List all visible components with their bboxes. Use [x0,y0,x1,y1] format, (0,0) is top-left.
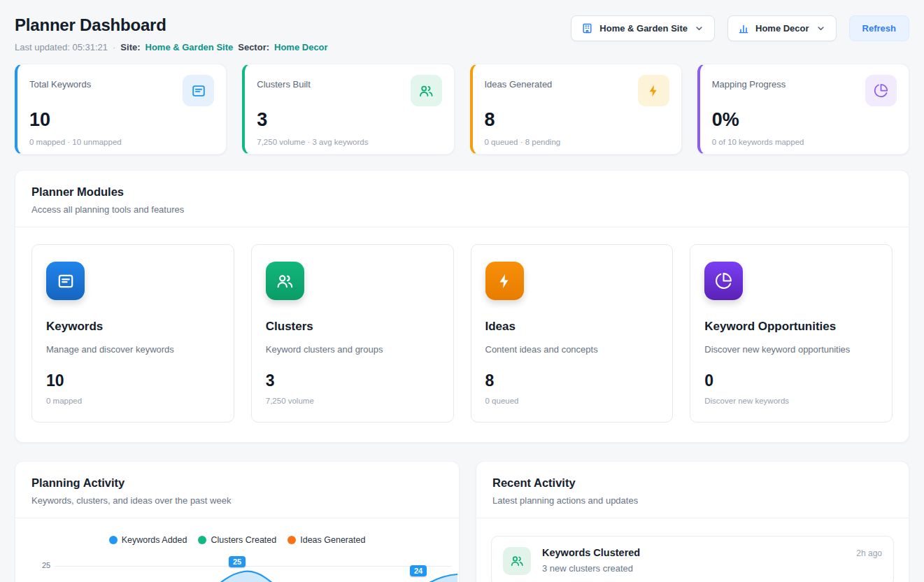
activity-description: 3 new clusters created [542,563,845,574]
module-card-ideas[interactable]: Ideas Content ideas and concepts 8 0 que… [471,244,674,423]
sector-link[interactable]: Home Decor [274,42,328,52]
module-title: Keyword Opportunities [704,320,878,334]
planner-dashboard-page: Planner Dashboard Last updated: 05:31:21… [0,0,924,582]
module-value: 0 [704,371,878,390]
planning-activity-subtitle: Keywords, clusters, and ideas over the p… [31,495,443,506]
building-icon [581,22,593,34]
legend-label: Clusters Created [211,535,276,545]
header-meta: Last updated: 05:31:21 · Site: Home & Ga… [15,42,328,52]
stat-value: 8 [485,109,669,131]
module-description: Discover new keyword opportunities [704,344,878,355]
planning-activity-panel: Planning Activity Keywords, clusters, an… [15,461,460,582]
stat-value: 3 [257,109,441,131]
stat-value: 10 [29,109,214,131]
page-title: Planner Dashboard [15,15,328,35]
stat-detail: 0 queued · 8 pending [485,138,669,146]
module-value: 3 [266,371,439,390]
activity-info: Keywords Clustered 3 new clusters create… [542,547,845,574]
stats-row: Total Keywords 10 0 mapped · 10 unmapped… [15,64,909,155]
site-selector-label: Home & Garden Site [599,23,688,34]
stat-card-total-keywords: Total Keywords 10 0 mapped · 10 unmapped [15,64,227,155]
activity-item-keywords-clustered: Keywords Clustered 3 new clusters create… [491,536,894,582]
legend-label: Keywords Added [122,535,187,545]
bar-chart-icon [738,23,749,34]
meta-separator: · [113,42,115,52]
legend-item-clusters-created: Clusters Created [198,535,276,545]
recent-activity-subtitle: Latest planning actions and updates [492,495,893,506]
legend-item-ideas-generated: Ideas Generated [287,535,365,545]
module-title: Ideas [485,320,659,334]
recent-activity-list: Keywords Clustered 3 new clusters create… [476,518,909,582]
planner-modules-panel: Planner Modules Access all planning tool… [15,170,909,443]
module-description: Keyword clusters and groups [266,344,439,355]
planning-activity-header: Planning Activity Keywords, clusters, an… [15,462,459,518]
site-link[interactable]: Home & Garden Site [145,42,234,52]
module-card-clusters[interactable]: Clusters Keyword clusters and groups 3 7… [251,244,454,423]
module-detail: 7,250 volume [266,397,439,405]
legend-item-keywords-added: Keywords Added [109,535,187,545]
module-title: Keywords [46,320,220,334]
recent-activity-header: Recent Activity Latest planning actions … [476,462,909,518]
header-actions: Home & Garden Site Home Decor Refresh [571,15,909,41]
sector-selector-dropdown[interactable]: Home Decor [727,15,837,41]
chevron-down-icon [816,23,826,34]
lightning-icon [485,262,524,300]
pie-chart-icon [704,262,743,300]
stat-value: 0% [712,109,897,131]
module-detail: 0 mapped [46,397,220,405]
module-description: Manage and discover keywords [46,344,220,355]
data-point-label: 25 [229,556,246,567]
pie-chart-icon [865,75,897,106]
stat-detail: 0 of 10 keywords mapped [712,138,897,146]
activity-timestamp: 2h ago [856,547,882,558]
stat-card-clusters-built: Clusters Built 3 7,250 volume · 3 avg ke… [242,64,454,155]
module-card-keyword-opportunities[interactable]: Keyword Opportunities Discover new keywo… [690,244,893,423]
legend-dot-green [198,536,206,544]
header-left: Planner Dashboard Last updated: 05:31:21… [15,15,328,52]
legend-label: Ideas Generated [300,535,365,545]
recent-activity-title: Recent Activity [492,476,893,490]
bottom-row: Planning Activity Keywords, clusters, an… [15,461,909,582]
module-card-keywords[interactable]: Keywords Manage and discover keywords 10… [31,244,234,423]
stat-label: Clusters Built [257,75,311,90]
users-icon [503,547,531,575]
document-icon [46,262,85,300]
modules-title: Planner Modules [31,185,893,199]
last-updated-text: Last updated: 05:31:21 [15,42,108,52]
refresh-button[interactable]: Refresh [849,15,909,41]
modules-subtitle: Access all planning tools and features [31,204,893,215]
chevron-down-icon [694,23,704,34]
planning-activity-chart: 25 25 24 [15,556,459,582]
stat-card-ideas-generated: Ideas Generated 8 0 queued · 8 pending [470,64,682,155]
y-axis-tick: 25 [42,561,50,569]
modules-header: Planner Modules Access all planning tool… [15,171,909,227]
module-detail: Discover new keywords [704,397,878,405]
stat-detail: 7,250 volume · 3 avg keywords [257,138,441,146]
module-title: Clusters [266,320,439,334]
legend-dot-orange [287,536,296,544]
module-value: 8 [485,371,659,390]
stat-label: Ideas Generated [485,75,553,90]
module-detail: 0 queued [485,397,659,405]
sector-selector-label: Home Decor [755,23,809,34]
module-description: Content ideas and concepts [485,344,659,355]
stat-label: Total Keywords [29,75,91,90]
stat-label: Mapping Progress [712,75,786,90]
stat-detail: 0 mapped · 10 unmapped [29,138,214,146]
modules-grid: Keywords Manage and discover keywords 10… [15,227,909,442]
legend-dot-blue [109,536,118,544]
sector-label: Sector: [238,42,269,52]
lightning-icon [638,75,669,106]
stat-card-mapping-progress: Mapping Progress 0% 0 of 10 keywords map… [697,64,909,155]
header: Planner Dashboard Last updated: 05:31:21… [15,0,909,52]
users-icon [411,75,442,106]
recent-activity-panel: Recent Activity Latest planning actions … [476,461,909,582]
users-icon [266,262,304,300]
site-label: Site: [120,42,140,52]
site-selector-dropdown[interactable]: Home & Garden Site [571,15,715,41]
keywords-added-area-series [55,556,457,582]
planning-activity-title: Planning Activity [31,476,443,490]
module-value: 10 [46,371,220,390]
chart-legend: Keywords Added Clusters Created Ideas Ge… [15,535,459,545]
document-icon [183,75,214,106]
